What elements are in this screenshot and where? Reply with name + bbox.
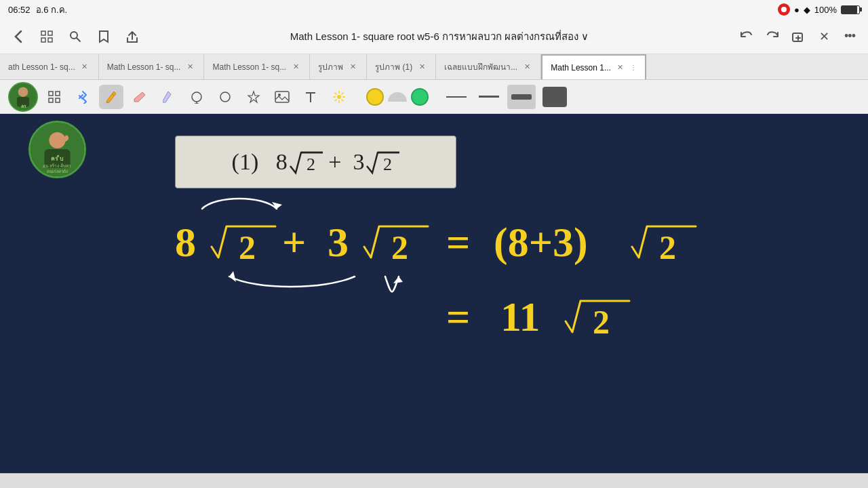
nav-bar: Math Lesson 1- square root w5-6 การหาผลบ… xyxy=(0,19,868,54)
line-thick-icon xyxy=(511,94,532,100)
svg-point-29 xyxy=(337,95,341,99)
svg-text:3: 3 xyxy=(328,219,349,265)
battery-percent: 100% xyxy=(814,5,837,15)
tab-6[interactable]: Math Lesson 1... ✕ ⋮ xyxy=(541,54,646,79)
svg-marker-58 xyxy=(393,277,403,283)
more-options-button[interactable]: ••• xyxy=(838,25,861,48)
math-svg: 8 2 + 3 2 = (8+3) 2 = 11 xyxy=(134,188,792,419)
svg-text:=: = xyxy=(446,293,470,340)
svg-text:8: 8 xyxy=(175,219,196,265)
color-yellow[interactable] xyxy=(366,88,384,106)
new-tab-button[interactable] xyxy=(787,25,810,48)
back-button[interactable] xyxy=(7,25,30,48)
grid-button[interactable] xyxy=(35,25,58,48)
tab-3[interactable]: รูปภาพ ✕ xyxy=(310,54,367,79)
image-tool[interactable] xyxy=(270,85,294,109)
tab-label-0: ath Lesson 1- sq... xyxy=(8,62,75,72)
svg-point-23 xyxy=(220,92,230,102)
tab-1[interactable]: Math Lesson 1- sq... ✕ xyxy=(99,54,205,79)
tab-close-2[interactable]: ✕ xyxy=(290,62,301,73)
tab-label-4: รูปภาพ (1) xyxy=(375,60,412,73)
highlighter-tool[interactable] xyxy=(156,85,180,109)
wifi-icon: ● xyxy=(794,5,800,15)
svg-line-37 xyxy=(335,99,337,101)
svg-point-10 xyxy=(18,87,28,97)
svg-line-34 xyxy=(335,92,337,94)
svg-rect-0 xyxy=(41,31,45,35)
effects-tool[interactable] xyxy=(327,85,351,109)
share-button[interactable] xyxy=(121,25,144,48)
svg-rect-25 xyxy=(275,92,289,102)
tab-close-1[interactable]: ✕ xyxy=(184,62,195,73)
undo-button[interactable] xyxy=(735,25,758,48)
text-tool[interactable] xyxy=(298,85,323,109)
tab-close-5[interactable]: ✕ xyxy=(521,62,532,73)
sqrt2-1: 2 xyxy=(288,147,323,177)
toolbar: คร xyxy=(0,80,868,114)
svg-rect-14 xyxy=(56,92,60,96)
redo-button[interactable] xyxy=(761,25,784,48)
status-bar: 06:52 อ.6 ก.ค. ● ◆ 100% xyxy=(0,0,868,19)
svg-rect-3 xyxy=(48,38,52,42)
svg-rect-13 xyxy=(49,92,53,96)
tab-label-6: Math Lesson 1... xyxy=(551,63,611,73)
line-medium-icon xyxy=(479,96,499,98)
color-shape-indicator xyxy=(388,87,407,106)
svg-marker-24 xyxy=(248,92,259,102)
tab-4[interactable]: รูปภาพ (1) ✕ xyxy=(367,54,436,79)
star-shape-tool[interactable] xyxy=(241,85,266,109)
eraser-tool[interactable] xyxy=(127,85,152,109)
color-green[interactable] xyxy=(411,88,429,106)
bookmark-button[interactable] xyxy=(92,25,115,48)
color-block-dark[interactable] xyxy=(542,87,567,107)
svg-text:2: 2 xyxy=(659,228,676,266)
line-medium-button[interactable] xyxy=(475,85,503,109)
record-button[interactable] xyxy=(778,3,790,16)
svg-line-35 xyxy=(342,99,344,101)
svg-rect-1 xyxy=(48,31,52,35)
svg-rect-15 xyxy=(49,98,53,102)
tab-label-1: Math Lesson 1- sq... xyxy=(107,62,181,72)
tab-close-4[interactable]: ✕ xyxy=(416,62,427,73)
status-right: ● ◆ 100% xyxy=(778,3,860,16)
tab-close-0[interactable]: ✕ xyxy=(79,62,90,73)
tab-5[interactable]: เฉลยแบบฝึกพัฒนา... ✕ xyxy=(436,54,541,79)
svg-text:+: + xyxy=(282,219,306,265)
svg-marker-57 xyxy=(229,271,236,282)
grid-view-tool[interactable] xyxy=(42,85,66,109)
search-button[interactable] xyxy=(64,25,87,48)
svg-point-26 xyxy=(278,94,281,96)
line-thin-button[interactable] xyxy=(442,85,471,109)
bluetooth-icon xyxy=(71,85,95,109)
svg-text:11: 11 xyxy=(500,293,540,340)
bottom-bar xyxy=(0,473,868,488)
tab-close-6[interactable]: ✕ xyxy=(615,62,626,73)
svg-point-20 xyxy=(192,92,201,102)
svg-text:2: 2 xyxy=(239,228,256,266)
window-close-button[interactable]: ✕ xyxy=(812,25,835,48)
svg-text:คนเก่งคาดัง: คนเก่งคาดัง xyxy=(46,169,67,174)
circle-shape-tool[interactable] xyxy=(213,85,237,109)
svg-text:คร: คร xyxy=(21,104,26,108)
canvas-area: (1) 8 2 + 3 2 8 2 xyxy=(114,114,868,473)
nav-right: ✕ ••• xyxy=(735,25,861,48)
tab-label-5: เฉลยแบบฝึกพัฒนา... xyxy=(444,60,517,73)
svg-text:(8+3): (8+3) xyxy=(494,219,588,266)
day: อ.6 ก.ค. xyxy=(36,3,68,17)
svg-text:อน สร้าง ค้นหา: อน สร้าง ค้นหา xyxy=(43,163,71,168)
tab-close-3[interactable]: ✕ xyxy=(347,62,358,73)
time: 06:52 xyxy=(8,5,31,15)
signal-icon: ◆ xyxy=(804,5,810,15)
problem-text: (1) 8 xyxy=(232,149,288,175)
pencil-tool[interactable] xyxy=(99,85,123,109)
tab-2[interactable]: Math Lesson 1- sq... ✕ xyxy=(204,54,310,79)
svg-text:=: = xyxy=(446,219,470,265)
tab-0[interactable]: ath Lesson 1- sq... ✕ xyxy=(0,54,99,79)
teacher-avatar-toolbar: คร xyxy=(8,82,38,112)
line-thick-button[interactable] xyxy=(507,85,536,109)
svg-line-5 xyxy=(77,38,80,41)
tab-menu-icon[interactable]: ⋮ xyxy=(630,64,637,71)
lasso-tool[interactable] xyxy=(184,85,209,109)
svg-text:2: 2 xyxy=(383,155,392,174)
svg-text:2: 2 xyxy=(391,228,408,266)
